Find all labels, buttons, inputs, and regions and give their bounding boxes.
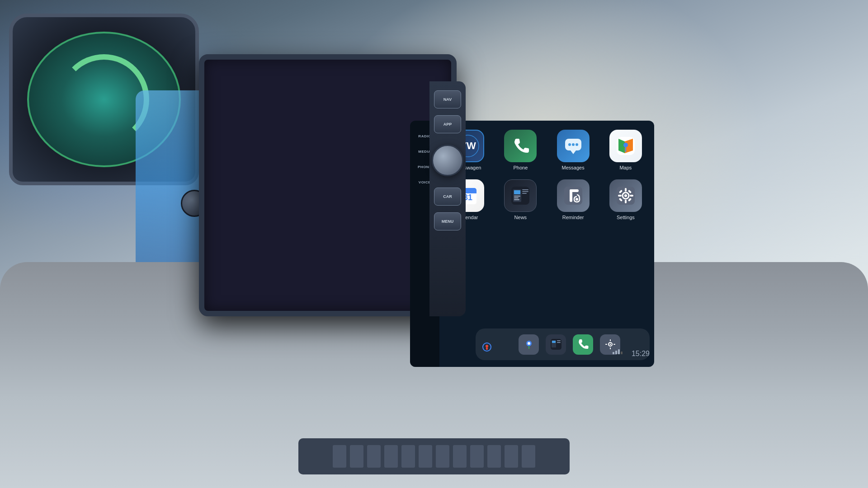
vent-slat (384, 445, 398, 468)
signal-indicator (613, 349, 623, 354)
app-reminder-icon (557, 179, 590, 212)
dock-icon-maps[interactable] (519, 334, 539, 355)
app-settings[interactable]: Settings (604, 179, 647, 220)
google-mic-container (482, 343, 491, 353)
nav-button[interactable]: NAV (434, 90, 461, 108)
side-panel: NAV APP CAR MENU (429, 81, 466, 316)
svg-rect-33 (618, 195, 622, 197)
car-button[interactable]: CAR (434, 188, 461, 206)
nav-label: NAV (443, 97, 452, 102)
svg-rect-54 (613, 344, 615, 345)
app-messages-label: Messages (562, 165, 585, 170)
svg-point-40 (486, 345, 488, 347)
signal-bar-3 (618, 349, 620, 354)
app-maps[interactable]: Maps (604, 130, 647, 170)
svg-point-5 (576, 143, 578, 146)
vent-slat (505, 445, 518, 468)
volume-knob[interactable] (432, 145, 463, 176)
app-messages[interactable]: Messages (552, 130, 595, 170)
svg-rect-26 (570, 189, 579, 192)
svg-rect-31 (625, 188, 627, 192)
app-news-label: News (514, 215, 527, 220)
svg-rect-52 (610, 347, 611, 349)
app-phone[interactable]: Phone (499, 130, 542, 170)
svg-rect-22 (522, 191, 528, 192)
dock-icon-news[interactable] (546, 334, 566, 355)
dock-icon-phone[interactable] (573, 334, 593, 355)
svg-rect-34 (630, 195, 633, 197)
app-messages-icon (557, 130, 590, 162)
app-grid: VW Volkswagen Phone (446, 130, 647, 220)
svg-rect-20 (514, 199, 519, 200)
svg-rect-46 (552, 341, 556, 343)
svg-rect-21 (522, 189, 528, 190)
app-phone-label: Phone (513, 165, 528, 170)
svg-point-43 (528, 342, 530, 345)
vent-slat (470, 445, 484, 468)
app-maps-icon (609, 130, 642, 162)
vent-slat (401, 445, 415, 468)
svg-point-10 (623, 143, 628, 147)
car-label: CAR (443, 194, 452, 199)
svg-point-4 (572, 143, 575, 146)
app-label: APP (443, 122, 452, 127)
app-news[interactable]: News (499, 179, 542, 220)
air-vents (298, 438, 570, 474)
svg-rect-23 (522, 193, 527, 194)
vent-slat (350, 445, 363, 468)
vent-slat (453, 445, 467, 468)
svg-rect-18 (514, 196, 520, 197)
signal-bar-2 (615, 351, 617, 354)
svg-rect-48 (557, 342, 561, 343)
app-phone-icon (504, 130, 537, 162)
bottom-dock (476, 328, 650, 360)
svg-point-3 (568, 143, 571, 146)
svg-rect-17 (514, 190, 520, 194)
svg-point-27 (576, 198, 578, 201)
screen-bezel: RADIO MEDIA PHONE VOICE (199, 54, 457, 316)
app-reminder[interactable]: Reminder (552, 179, 595, 220)
svg-rect-47 (557, 340, 561, 341)
info-main: VW Volkswagen Phone (439, 121, 654, 367)
vent-slat (436, 445, 449, 468)
vent-slat (522, 445, 535, 468)
app-news-icon (504, 179, 537, 212)
vent-slat (487, 445, 501, 468)
app-settings-icon (609, 179, 642, 212)
app-maps-label: Maps (619, 165, 632, 170)
svg-rect-51 (610, 339, 611, 341)
svg-rect-53 (605, 344, 607, 345)
app-reminder-label: Reminder (562, 215, 584, 220)
svg-rect-32 (625, 200, 627, 203)
app-button[interactable]: APP (434, 115, 461, 133)
vent-slat (367, 445, 381, 468)
vent-slat (333, 445, 346, 468)
time-display: 15:29 (632, 350, 650, 358)
app-settings-label: Settings (617, 215, 635, 220)
svg-rect-41 (486, 347, 488, 350)
vent-slat (419, 445, 432, 468)
svg-rect-19 (514, 197, 519, 198)
google-mic-icon (482, 343, 491, 352)
menu-button[interactable]: MENU (434, 212, 461, 230)
signal-bar-1 (613, 352, 614, 354)
svg-point-30 (624, 194, 627, 197)
svg-point-50 (609, 344, 611, 345)
signal-bar-4 (621, 352, 623, 354)
menu-label: MENU (442, 219, 454, 224)
